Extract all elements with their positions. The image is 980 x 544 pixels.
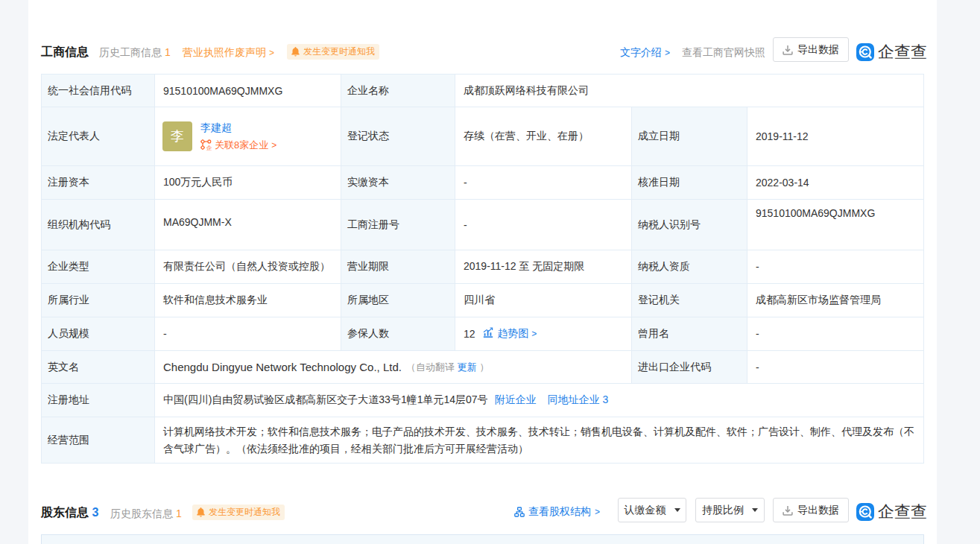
svg-text:企: 企 xyxy=(206,145,212,151)
